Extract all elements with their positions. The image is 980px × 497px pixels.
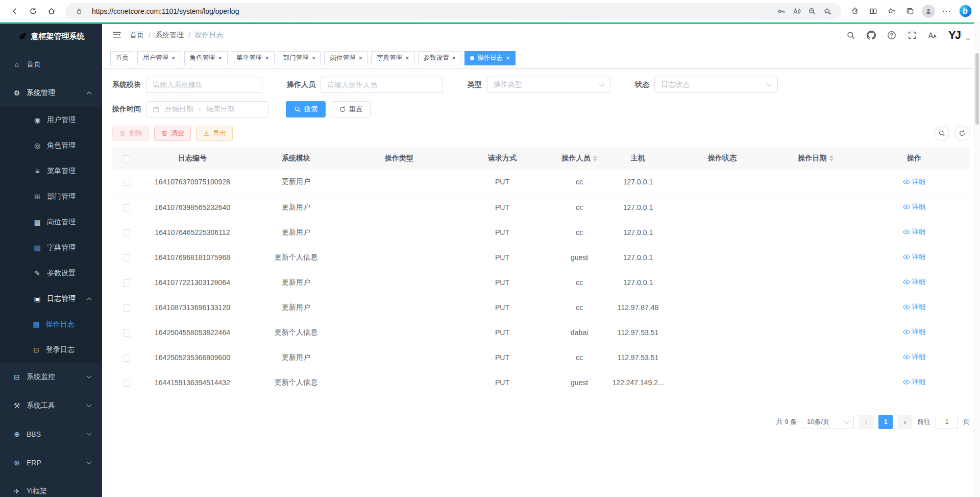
header-search-icon[interactable] xyxy=(846,31,855,40)
row-checkbox[interactable] xyxy=(123,304,130,312)
tab-岗位管理[interactable]: 岗位管理 × xyxy=(324,51,368,65)
sidebar-item-系统工具[interactable]: ⚒ 系统工具 xyxy=(0,391,102,420)
sort-asc-icon[interactable] xyxy=(829,153,834,158)
reset-button[interactable]: 重置 xyxy=(331,101,371,117)
row-checkbox[interactable] xyxy=(123,179,130,186)
tab-close-icon[interactable]: × xyxy=(265,55,269,61)
hide-search-button[interactable] xyxy=(934,126,949,141)
sidebar-item-系统管理[interactable]: ⚙ 系统管理 xyxy=(0,79,102,107)
github-icon[interactable] xyxy=(867,31,876,40)
row-checkbox[interactable] xyxy=(123,279,130,287)
collections-icon[interactable] xyxy=(901,3,919,20)
bing-icon[interactable]: b xyxy=(957,3,974,20)
tab-close-icon[interactable]: × xyxy=(506,55,510,61)
browser-refresh-button[interactable] xyxy=(24,3,42,20)
detail-link[interactable]: 详细 xyxy=(903,327,926,337)
favorites-icon[interactable] xyxy=(883,3,900,20)
site-lock-icon[interactable] xyxy=(71,4,87,18)
sidebar-item-首页[interactable]: ⌂ 首页 xyxy=(0,50,102,79)
sidebar-item-字典管理[interactable]: ▥ 字典管理 xyxy=(0,235,102,261)
detail-link[interactable]: 详细 xyxy=(903,302,926,312)
detail-link[interactable]: 详细 xyxy=(903,377,926,387)
column-header-操作人员[interactable]: 操作人员 xyxy=(554,147,604,170)
tab-首页[interactable]: 首页 xyxy=(110,51,134,65)
status-select[interactable]: 日志状态 xyxy=(654,77,778,93)
tab-用户管理[interactable]: 用户管理 × xyxy=(137,51,181,65)
address-bar[interactable]: https://ccnetcore.com:1101/system/log/op… xyxy=(65,3,841,19)
fullscreen-icon[interactable] xyxy=(908,31,917,40)
row-checkbox[interactable] xyxy=(123,229,130,236)
prev-page-button[interactable]: ‹ xyxy=(859,415,873,429)
sort-asc-icon[interactable] xyxy=(593,153,597,158)
row-checkbox[interactable] xyxy=(123,354,130,362)
sidebar-item-操作日志[interactable]: ▤ 操作日志 xyxy=(0,312,102,337)
page-size-select[interactable]: 10条/页 xyxy=(802,415,854,429)
tab-close-icon[interactable]: × xyxy=(218,55,223,61)
sort-caret[interactable] xyxy=(593,153,597,163)
row-checkbox[interactable] xyxy=(123,254,130,262)
tab-操作日志[interactable]: 操作日志 × xyxy=(464,51,516,65)
help-icon[interactable] xyxy=(887,31,896,40)
detail-link[interactable]: 详细 xyxy=(903,252,926,262)
scrollbar-thumb[interactable] xyxy=(975,53,979,125)
split-screen-icon[interactable] xyxy=(865,3,882,20)
export-button[interactable]: 导出 xyxy=(196,126,233,141)
sidebar-item-登录日志[interactable]: ⊡ 登录日志 xyxy=(0,337,102,363)
browser-more-icon[interactable]: ⋯ xyxy=(938,3,955,20)
operator-input[interactable] xyxy=(321,77,443,93)
tab-close-icon[interactable]: × xyxy=(172,55,176,61)
sidebar-item-Yi框架[interactable]: ✈ Yi框架 xyxy=(0,477,102,497)
tab-close-icon[interactable]: × xyxy=(405,55,409,61)
detail-link[interactable]: 详细 xyxy=(903,202,926,211)
sidebar-item-角色管理[interactable]: ◎ 角色管理 xyxy=(0,133,102,158)
detail-link[interactable]: 详细 xyxy=(903,352,926,362)
select-all-checkbox[interactable] xyxy=(123,155,130,162)
detail-link[interactable]: 详细 xyxy=(903,277,926,287)
sidebar-item-岗位管理[interactable]: ▤ 岗位管理 xyxy=(0,209,102,235)
tab-close-icon[interactable]: × xyxy=(452,55,456,61)
refresh-table-button[interactable] xyxy=(954,126,970,141)
sort-caret[interactable] xyxy=(829,153,834,163)
type-select[interactable]: 操作类型 xyxy=(487,77,610,93)
sidebar-item-用户管理[interactable]: ◉ 用户管理 xyxy=(0,107,102,133)
row-checkbox[interactable] xyxy=(123,204,130,211)
tab-菜单管理[interactable]: 菜单管理 × xyxy=(231,51,275,65)
user-avatar-logo[interactable]: YJ xyxy=(948,29,960,42)
delete-button[interactable]: 删除 xyxy=(112,126,149,141)
sidebar-item-日志管理[interactable]: ▣ 日志管理 xyxy=(0,286,102,312)
add-favorite-star-icon[interactable] xyxy=(820,4,835,18)
tab-参数设置[interactable]: 参数设置 × xyxy=(418,51,462,65)
sidebar-toggle-icon[interactable] xyxy=(112,30,121,41)
tab-角色管理[interactable]: 角色管理 × xyxy=(184,51,228,65)
next-page-button[interactable]: › xyxy=(898,415,912,429)
browser-home-button[interactable] xyxy=(43,3,60,20)
module-input[interactable] xyxy=(146,77,262,93)
sidebar-item-参数设置[interactable]: ✎ 参数设置 xyxy=(0,261,102,286)
breadcrumb-item-首页[interactable]: 首页 xyxy=(130,31,144,40)
clear-button[interactable]: 清空 xyxy=(154,126,191,141)
profile-avatar[interactable] xyxy=(920,3,937,20)
goto-page-input[interactable] xyxy=(936,415,958,429)
sidebar-item-菜单管理[interactable]: ≡ 菜单管理 xyxy=(0,158,102,184)
column-header-操作日期[interactable]: 操作日期 xyxy=(773,147,859,170)
sidebar-item-系统监控[interactable]: ⊟ 系统监控 xyxy=(0,363,102,391)
password-key-icon[interactable] xyxy=(774,4,789,18)
sidebar-item-ERP[interactable]: ⊕ ERP xyxy=(0,448,102,477)
url-text[interactable]: https://ccnetcore.com:1101/system/log/op… xyxy=(92,7,769,15)
tab-字典管理[interactable]: 字典管理 × xyxy=(371,51,415,65)
sidebar-item-BBS[interactable]: ⊕ BBS xyxy=(0,420,102,448)
row-checkbox[interactable] xyxy=(123,329,130,337)
date-range-picker[interactable]: 开始日期 - 结束日期 xyxy=(146,101,268,117)
detail-link[interactable]: 详细 xyxy=(903,227,926,236)
sort-desc-icon[interactable] xyxy=(829,159,834,163)
avatar-caret-down-icon[interactable] xyxy=(966,35,971,40)
current-page[interactable]: 1 xyxy=(878,415,893,429)
extensions-icon[interactable] xyxy=(846,3,864,20)
font-size-icon[interactable] xyxy=(928,31,937,40)
row-checkbox[interactable] xyxy=(123,380,130,387)
breadcrumb-item-系统管理[interactable]: 系统管理 xyxy=(155,31,184,40)
read-aloud-icon[interactable] xyxy=(789,4,804,18)
browser-back-button[interactable] xyxy=(6,3,23,20)
sidebar-item-部门管理[interactable]: ⊞ 部门管理 xyxy=(0,184,102,209)
tab-部门管理[interactable]: 部门管理 × xyxy=(278,51,322,65)
